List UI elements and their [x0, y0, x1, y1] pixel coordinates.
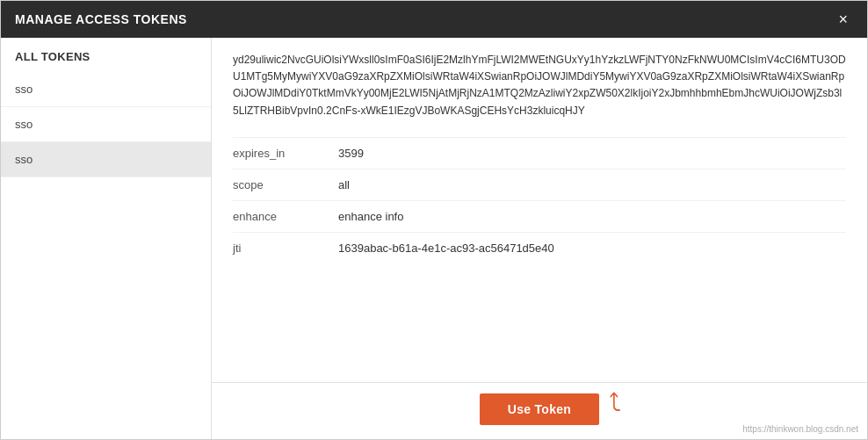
sidebar-item-sso-2[interactable]: sso: [1, 107, 211, 142]
field-label-expires: expires_in: [233, 147, 338, 160]
main-content: yd29uliwic2NvcGUiOlsiYWxsll0sImF0aSI6IjE…: [212, 38, 867, 439]
field-value-expires: 3599: [338, 147, 364, 160]
sidebar: ALL TOKENS sso sso sso: [1, 38, 212, 439]
field-value-enhance: enhance info: [338, 210, 403, 223]
use-token-button[interactable]: Use Token: [480, 393, 599, 425]
watermark: https://thinkwon.blog.csdn.net: [742, 424, 858, 434]
sidebar-item-sso-1[interactable]: sso: [1, 72, 211, 107]
field-row-scope: scope all: [233, 169, 846, 200]
field-row-jti: jti 1639abac-b61a-4e1c-ac93-ac56471d5e40: [233, 232, 846, 263]
field-label-enhance: enhance: [233, 210, 338, 223]
modal-title: MANAGE ACCESS TOKENS: [15, 12, 187, 26]
modal: MANAGE ACCESS TOKENS × ALL TOKENS sso ss…: [0, 0, 868, 440]
token-text: yd29uliwic2NvcGUiOlsiYWxsll0sImF0aSI6IjE…: [233, 52, 846, 119]
close-button[interactable]: ×: [833, 10, 853, 29]
field-value-scope: all: [338, 178, 350, 191]
token-fields: expires_in 3599 scope all enhance enhanc…: [233, 137, 846, 263]
sidebar-header: ALL TOKENS: [1, 38, 211, 72]
field-row-enhance: enhance enhance info: [233, 200, 846, 232]
sidebar-item-sso-3[interactable]: sso: [1, 142, 211, 177]
token-detail: yd29uliwic2NvcGUiOlsiYWxsll0sImF0aSI6IjE…: [212, 38, 867, 382]
modal-footer: ⤴ Use Token https://thinkwon.blog.csdn.n…: [212, 382, 867, 439]
modal-body: ALL TOKENS sso sso sso yd29uliwic2NvcGUi…: [1, 38, 867, 439]
field-label-scope: scope: [233, 178, 338, 191]
field-row-expires: expires_in 3599: [233, 137, 846, 169]
modal-header: MANAGE ACCESS TOKENS ×: [1, 1, 867, 38]
field-value-jti: 1639abac-b61a-4e1c-ac93-ac56471d5e40: [338, 242, 554, 255]
arrow-hint-icon: ⤴: [609, 390, 621, 418]
field-label-jti: jti: [233, 242, 338, 255]
